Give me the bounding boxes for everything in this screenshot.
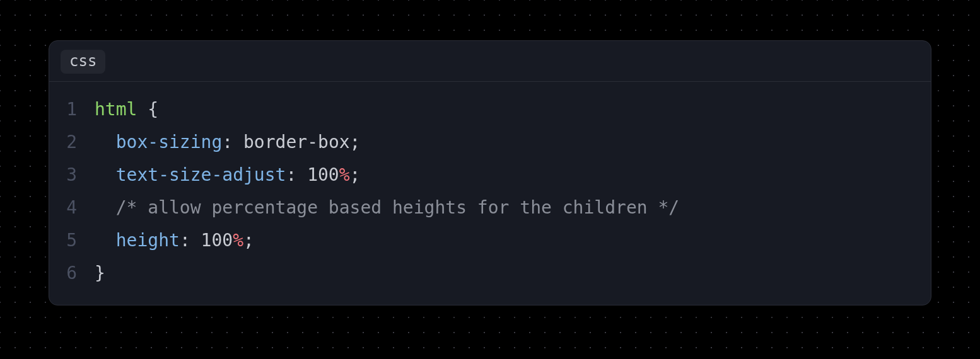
code-block-header: css (49, 41, 931, 82)
line-content: height: 100%; (95, 224, 931, 257)
code-token: 100 (201, 230, 233, 251)
code-token: : (286, 164, 307, 185)
language-badge: css (61, 50, 105, 74)
code-token: } (95, 263, 105, 283)
code-token: % (233, 230, 243, 251)
code-line: 3 text-size-adjust: 100%; (49, 159, 931, 191)
code-line: 6} (49, 257, 931, 290)
code-line: 2 box-sizing: border-box; (49, 126, 931, 159)
line-number: 2 (49, 126, 95, 159)
code-token: html (95, 99, 137, 120)
code-line: 5 height: 100%; (49, 224, 931, 257)
code-token: % (339, 164, 350, 185)
code-token: ; (243, 230, 254, 251)
code-token (95, 197, 116, 218)
code-token: border-box (243, 132, 350, 152)
line-number: 3 (49, 159, 95, 191)
code-token: : (180, 230, 201, 251)
code-token: : (222, 132, 243, 152)
code-line: 1html { (49, 93, 931, 126)
code-token: ; (350, 132, 361, 152)
line-content: /* allow percentage based heights for th… (95, 191, 931, 224)
code-token: text-size-adjust (116, 164, 286, 185)
code-token: box-sizing (116, 132, 223, 152)
line-content: box-sizing: border-box; (95, 126, 931, 159)
line-number: 6 (49, 257, 95, 290)
code-token (95, 164, 116, 185)
code-block-body[interactable]: 1html {2 box-sizing: border-box;3 text-s… (49, 82, 931, 305)
code-token: 100 (307, 164, 339, 185)
line-content: text-size-adjust: 100%; (95, 159, 931, 191)
code-token: ; (350, 164, 361, 185)
line-content: html { (95, 93, 931, 126)
code-token: { (137, 99, 158, 120)
code-token (95, 230, 116, 251)
line-number: 1 (49, 93, 95, 126)
line-number: 4 (49, 191, 95, 224)
code-token: height (116, 230, 180, 251)
code-line: 4 /* allow percentage based heights for … (49, 191, 931, 224)
line-number: 5 (49, 224, 95, 257)
code-token: /* allow percentage based heights for th… (116, 197, 679, 218)
code-token (95, 132, 116, 152)
line-content: } (95, 257, 931, 290)
code-block: css 1html {2 box-sizing: border-box;3 te… (49, 40, 931, 305)
